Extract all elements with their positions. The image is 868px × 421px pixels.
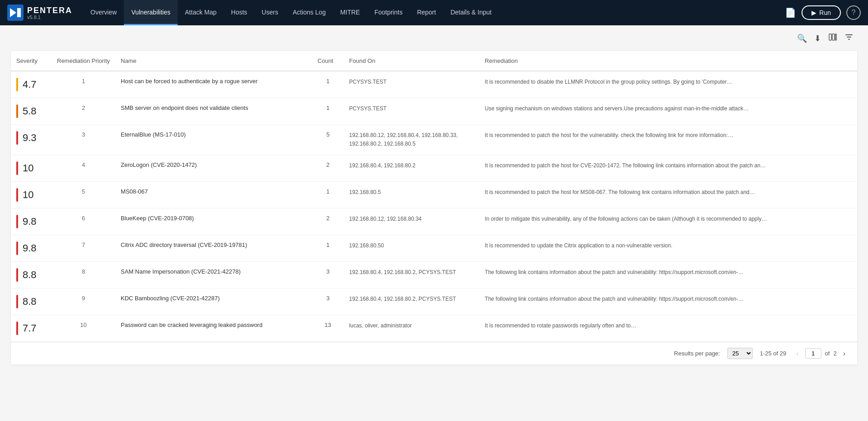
count-cell-7: 3	[312, 262, 344, 289]
severity-cell-8: 8.8	[11, 289, 52, 315]
vulnerabilities-table-container: Severity Remediation Priority Name Count…	[11, 51, 857, 364]
severity-bar-3	[16, 161, 18, 175]
severity-score-6: 9.8	[23, 242, 37, 254]
run-play-icon: ▶	[811, 9, 816, 16]
severity-score-3: 10	[23, 162, 33, 174]
nav-right: 📄 ▶ Run ?	[785, 5, 861, 20]
top-navigation: PENTERA v5.8.1 Overview Vulnerabilities …	[0, 0, 868, 25]
name-cell-6[interactable]: Citrix ADC directory traversal (CVE-2019…	[115, 235, 312, 262]
table-row[interactable]: 5.8 2 SMB server on endpoint does not va…	[11, 98, 857, 125]
per-page-select[interactable]: 25 10 50 100	[727, 348, 753, 359]
table-row[interactable]: 7.7 10 Password can be cracked leveragin…	[11, 315, 857, 342]
next-page-button[interactable]: ›	[840, 349, 848, 359]
nav-report[interactable]: Report	[410, 0, 443, 25]
col-count: Count	[312, 51, 344, 71]
table-row[interactable]: 10 5 MS08-067 1 192.168.80.5 It is recom…	[11, 182, 857, 208]
count-cell-1: 1	[312, 98, 344, 125]
count-cell-2: 5	[312, 125, 344, 155]
table-row[interactable]: 10 4 ZeroLogon (CVE-2020-1472) 2 192.168…	[11, 155, 857, 182]
severity-score-7: 8.8	[23, 269, 37, 281]
name-cell-8[interactable]: KDC Bamboozling (CVE-2021-42287)	[115, 289, 312, 315]
nav-overview[interactable]: Overview	[83, 0, 124, 25]
help-button[interactable]: ?	[846, 5, 861, 20]
nav-attack-map[interactable]: Attack Map	[178, 0, 224, 25]
prev-page-button[interactable]: ‹	[793, 349, 801, 359]
count-cell-9: 13	[312, 315, 344, 342]
results-per-page-label: Results per page:	[674, 350, 720, 357]
found-on-cell-8: 192.168.80.4, 192.168.80.2, PCYSYS.TEST	[344, 289, 479, 315]
logo-area: PENTERA v5.8.1	[7, 5, 72, 21]
name-cell-7[interactable]: SAM Name Impersonation (CVE-2021-42278)	[115, 262, 312, 289]
table-row[interactable]: 4.7 1 Host can be forced to authenticate…	[11, 71, 857, 98]
name-cell-5[interactable]: BlueKeep (CVE-2019-0708)	[115, 208, 312, 235]
remediation-cell-0: It is recommended to disable the LLMNR P…	[479, 71, 857, 98]
pagination-controls: ‹ of 2 ›	[793, 348, 848, 359]
pagination-range: 1-25 of 29	[760, 350, 787, 357]
found-on-cell-0: PCYSYS.TEST	[344, 71, 479, 98]
count-cell-6: 1	[312, 235, 344, 262]
count-cell-8: 3	[312, 289, 344, 315]
pagination-bar: Results per page: 25 10 50 100 1-25 of 2…	[11, 342, 857, 364]
main-content: 🔍 ⬇ Severity Remediation Priority Name C	[0, 25, 868, 421]
found-on-cell-1: PCYSYS.TEST	[344, 98, 479, 125]
priority-cell-9: 10	[52, 315, 115, 342]
priority-cell-8: 9	[52, 289, 115, 315]
name-cell-9[interactable]: Password can be cracked leveraging leake…	[115, 315, 312, 342]
columns-icon[interactable]	[828, 33, 837, 44]
severity-cell-4: 10	[11, 182, 52, 208]
severity-cell-3: 10	[11, 155, 52, 182]
search-icon[interactable]: 🔍	[797, 33, 807, 43]
severity-score-5: 9.8	[23, 216, 37, 227]
remediation-cell-7: The following link contains information …	[479, 262, 857, 289]
priority-cell-0: 1	[52, 71, 115, 98]
page-number-input[interactable]	[805, 348, 821, 359]
doc-icon[interactable]: 📄	[785, 7, 796, 18]
run-button[interactable]: ▶ Run	[802, 5, 841, 20]
found-on-cell-3: 192.168.80.4, 192.168.80.2	[344, 155, 479, 182]
table-row[interactable]: 9.8 7 Citrix ADC directory traversal (CV…	[11, 235, 857, 262]
table-row[interactable]: 8.8 9 KDC Bamboozling (CVE-2021-42287) 3…	[11, 289, 857, 315]
col-name: Name	[115, 51, 312, 71]
priority-cell-3: 4	[52, 155, 115, 182]
count-cell-3: 2	[312, 155, 344, 182]
nav-footprints[interactable]: Footprints	[367, 0, 410, 25]
severity-cell-2: 9.3	[11, 125, 52, 155]
filter-svg	[844, 33, 854, 42]
nav-actions-log[interactable]: Actions Log	[285, 0, 333, 25]
name-cell-4[interactable]: MS08-067	[115, 182, 312, 208]
count-cell-4: 1	[312, 182, 344, 208]
name-cell-2[interactable]: EternalBlue (MS-17-010)	[115, 125, 312, 155]
severity-score-2: 9.3	[23, 132, 37, 144]
remediation-cell-2: It is recommended to patch the host for …	[479, 125, 857, 155]
table-row[interactable]: 9.8 6 BlueKeep (CVE-2019-0708) 2 192.168…	[11, 208, 857, 235]
count-cell-5: 2	[312, 208, 344, 235]
severity-cell-9: 7.7	[11, 315, 52, 342]
col-remediation: Remediation	[479, 51, 857, 71]
severity-cell-1: 5.8	[11, 98, 52, 125]
priority-cell-1: 2	[52, 98, 115, 125]
severity-bar-7	[16, 268, 18, 282]
remediation-cell-4: It is recommended to patch the host for …	[479, 182, 857, 208]
remediation-cell-3: It is recommended to patch the host for …	[479, 155, 857, 182]
nav-mitre[interactable]: MITRE	[333, 0, 368, 25]
run-button-label: Run	[819, 9, 831, 16]
table-toolbar: 🔍 ⬇	[11, 33, 857, 44]
name-cell-3[interactable]: ZeroLogon (CVE-2020-1472)	[115, 155, 312, 182]
nav-details-input[interactable]: Details & Input	[443, 0, 499, 25]
severity-bar-5	[16, 215, 18, 228]
remediation-cell-6: It is recommended to update the Citrix a…	[479, 235, 857, 262]
found-on-cell-2: 192.168.80.12, 192.168.80.4, 192.168.80.…	[344, 125, 479, 155]
name-cell-1[interactable]: SMB server on endpoint does not validate…	[115, 98, 312, 125]
nav-vulnerabilities[interactable]: Vulnerabilities	[124, 0, 178, 25]
svg-rect-5	[835, 34, 836, 40]
nav-hosts[interactable]: Hosts	[224, 0, 255, 25]
nav-users[interactable]: Users	[255, 0, 286, 25]
remediation-cell-1: Use signing mechanism on windows station…	[479, 98, 857, 125]
download-icon[interactable]: ⬇	[814, 33, 821, 43]
severity-score-9: 7.7	[23, 322, 37, 334]
nav-items: Overview Vulnerabilities Attack Map Host…	[83, 0, 785, 25]
filter-icon[interactable]	[844, 33, 854, 44]
name-cell-0[interactable]: Host can be forced to authenticate by a …	[115, 71, 312, 98]
table-row[interactable]: 8.8 8 SAM Name Impersonation (CVE-2021-4…	[11, 262, 857, 289]
table-row[interactable]: 9.3 3 EternalBlue (MS-17-010) 5 192.168.…	[11, 125, 857, 155]
